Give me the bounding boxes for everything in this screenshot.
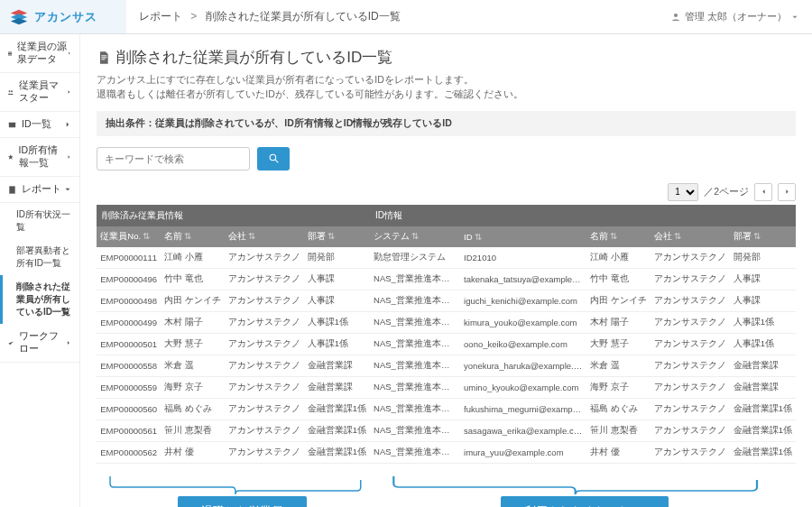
document-icon xyxy=(97,51,111,65)
chevron-left-icon xyxy=(760,188,768,196)
chevron-right-icon xyxy=(783,188,791,196)
user-icon xyxy=(670,12,681,23)
table-row[interactable]: EMP00000558米倉 遥アカンサステクノ金融営業課NAS_営業推進本部_西… xyxy=(97,355,796,376)
table-row[interactable]: EMP00000496竹中 竜也アカンサステクノ人事課NAS_営業推進本部_東京… xyxy=(97,268,796,290)
page-select[interactable]: 1 xyxy=(668,183,698,201)
sidebar-item[interactable]: 従業員マスター xyxy=(0,73,79,112)
svg-line-11 xyxy=(275,160,278,162)
group-header-employee: 削除済み従業員情報 xyxy=(97,205,370,226)
column-header[interactable]: 会社⇅ xyxy=(225,226,304,247)
svg-point-2 xyxy=(11,90,13,92)
brand-text: アカンサス xyxy=(34,9,97,25)
table-row[interactable]: EMP00000499木村 陽子アカンサステクノ人事課1係NAS_営業推進本部_… xyxy=(97,311,796,333)
sidebar-sub-item[interactable]: 削除された従業員が所有しているID一覧 xyxy=(0,275,79,324)
search-input[interactable] xyxy=(97,147,250,171)
page-total: ／2ページ xyxy=(704,186,749,198)
column-header[interactable]: 部署⇅ xyxy=(730,226,796,247)
breadcrumb: レポート > 削除された従業員が所有しているID一覧 xyxy=(126,9,670,24)
sidebar-sub-item[interactable]: ID所有状況一覧 xyxy=(0,203,79,239)
brace-icon xyxy=(387,475,782,496)
column-header[interactable]: ID⇅ xyxy=(460,226,586,247)
svg-point-10 xyxy=(270,154,276,161)
svg-rect-9 xyxy=(102,59,106,60)
sidebar: 従業員の源泉データ従業員マスターID一覧ID所有情報一覧レポート ID所有状況一… xyxy=(0,34,80,507)
svg-point-0 xyxy=(674,14,678,17)
column-header[interactable]: システム⇅ xyxy=(370,226,460,247)
next-page-button[interactable] xyxy=(778,183,796,201)
logo[interactable]: アカンサス xyxy=(0,0,126,33)
nav-icon xyxy=(7,49,13,59)
column-header[interactable]: 名前⇅ xyxy=(586,226,651,247)
sidebar-item-label: 従業員マスター xyxy=(19,79,67,105)
column-header[interactable]: 部署⇅ xyxy=(304,226,370,247)
nav-icon xyxy=(7,185,17,195)
nav-icon xyxy=(7,152,14,162)
table-row[interactable]: EMP00000501大野 慧子アカンサステクノ人事課1係NAS_営業推進本部_… xyxy=(97,333,796,355)
chevron-icon xyxy=(63,185,72,194)
user-menu[interactable]: 管理 太郎（オーナー） xyxy=(670,10,812,23)
search-button[interactable] xyxy=(257,147,290,171)
chevron-icon xyxy=(66,88,72,97)
brace-icon xyxy=(106,475,378,496)
chevron-down-icon xyxy=(790,13,799,22)
pager: 1 ／2ページ xyxy=(97,183,796,201)
svg-rect-3 xyxy=(9,122,15,127)
table-row[interactable]: EMP00000498内田 ケンイチアカンサステクノ人事課NAS_営業推進本部_… xyxy=(97,290,796,311)
column-header[interactable]: 会社⇅ xyxy=(651,226,730,247)
table-row[interactable]: EMP00000561笹川 恵梨香アカンサステクノ金融営業課1係NAS_営業推進… xyxy=(97,419,796,441)
prev-page-button[interactable] xyxy=(754,183,772,201)
sidebar-item-workflow[interactable]: ワークフロー xyxy=(0,324,79,363)
sidebar-sub-item[interactable]: 部署異動者と所有ID一覧 xyxy=(0,239,79,275)
logo-icon xyxy=(9,7,29,27)
data-table: 削除済み従業員情報 ID情報 従業員No.⇅名前⇅会社⇅部署⇅システム⇅ID⇅名… xyxy=(97,205,796,464)
breadcrumb-page: 削除された従業員が所有しているID一覧 xyxy=(206,10,401,23)
page-description: アカンサス上にすでに存在しない従業員が所有者になっているIDをレポートします。 … xyxy=(97,73,796,102)
breadcrumb-sep: > xyxy=(190,10,197,23)
chevron-right-icon xyxy=(65,338,72,347)
filter-conditions: 抽出条件：従業員は削除されているが、ID所有情報とID情報が残存しているID xyxy=(97,111,796,136)
table-row[interactable]: EMP00000562井村 優アカンサステクノ金融営業課1係NAS_営業推進本部… xyxy=(97,441,796,463)
chevron-icon xyxy=(66,152,72,161)
svg-rect-7 xyxy=(102,55,107,56)
group-header-id: ID情報 xyxy=(370,205,796,226)
annotation-right: 利用されなくなった ID xyxy=(501,496,669,508)
sidebar-item[interactable]: 従業員の源泉データ xyxy=(0,34,79,73)
search-icon xyxy=(268,152,280,164)
annotation-left: 退職した従業員 xyxy=(178,496,307,508)
sidebar-item-label: ワークフロー xyxy=(19,330,65,355)
sidebar-item-label: 従業員の源泉データ xyxy=(17,41,67,66)
sidebar-item-label: ID所有情報一覧 xyxy=(19,144,67,170)
svg-rect-4 xyxy=(9,186,14,193)
column-header[interactable]: 名前⇅ xyxy=(161,226,225,247)
table-row[interactable]: EMP00000560福島 めぐみアカンサステクノ金融営業課1係NAS_営業推進… xyxy=(97,398,796,419)
check-icon xyxy=(7,338,14,348)
table-row[interactable]: EMP00000111江崎 小雁アカンサステクノ開発部勤怠管理システムID210… xyxy=(97,247,796,269)
breadcrumb-root[interactable]: レポート xyxy=(139,10,182,23)
sidebar-item[interactable]: レポート xyxy=(0,177,79,203)
table-row[interactable]: EMP00000559海野 京子アカンサステクノ金融営業課NAS_営業推進本部_… xyxy=(97,376,796,398)
nav-icon xyxy=(7,120,17,130)
sidebar-item[interactable]: ID一覧 xyxy=(0,112,79,138)
chevron-icon xyxy=(63,120,72,129)
page-title: 削除された従業員が所有しているID一覧 xyxy=(97,47,796,68)
nav-icon xyxy=(7,88,14,97)
column-header[interactable]: 従業員No.⇅ xyxy=(97,226,161,247)
sidebar-item[interactable]: ID所有情報一覧 xyxy=(0,138,79,177)
svg-rect-8 xyxy=(102,57,107,58)
user-name: 管理 太郎（オーナー） xyxy=(685,10,787,23)
sidebar-item-label: レポート xyxy=(22,183,61,196)
svg-point-1 xyxy=(9,90,11,92)
sidebar-item-label: ID一覧 xyxy=(22,118,51,131)
chevron-icon xyxy=(67,49,72,58)
